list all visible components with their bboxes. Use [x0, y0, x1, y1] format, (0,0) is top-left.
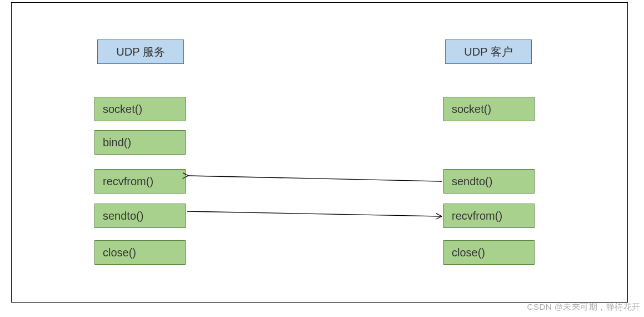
client-header: UDP 客户	[445, 39, 532, 64]
client-recvfrom-box: recvfrom()	[443, 204, 535, 228]
server-close-box: close()	[94, 240, 186, 265]
server-socket-box: socket()	[94, 97, 186, 121]
server-sendto-box: sendto()	[94, 204, 186, 228]
client-socket-box: socket()	[443, 97, 535, 121]
server-header: UDP 服务	[97, 39, 184, 64]
client-sendto-box: sendto()	[443, 169, 535, 194]
client-close-box: close()	[443, 240, 535, 265]
server-recvfrom-box: recvfrom()	[94, 169, 186, 194]
server-bind-box: bind()	[94, 130, 186, 155]
watermark-text: CSDN @未来可期，静待花开	[527, 302, 641, 313]
diagram-canvas: UDP 服务 UDP 客户 socket() bind() recvfrom()…	[0, 0, 644, 317]
